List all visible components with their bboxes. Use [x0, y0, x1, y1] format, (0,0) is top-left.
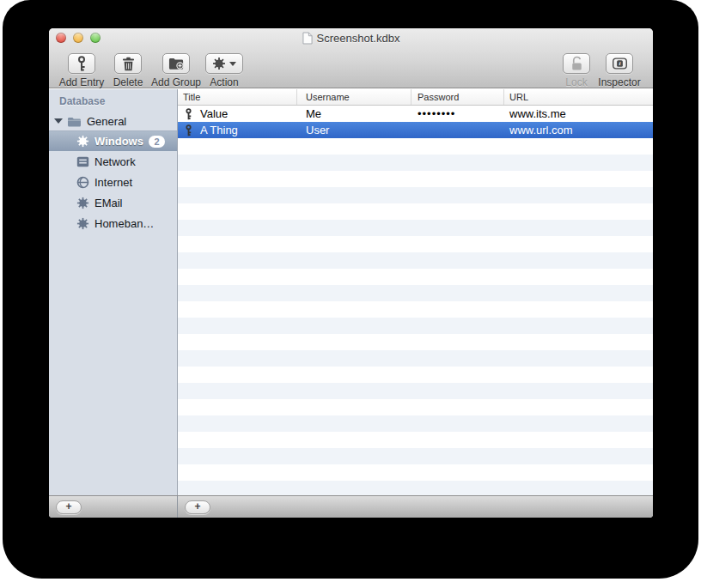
sidebar-item-label: Network [94, 155, 136, 168]
traffic-lights [56, 33, 101, 43]
trash-icon [122, 57, 135, 71]
lock-label: Lock [565, 76, 587, 88]
cell-title: A Thing [178, 124, 297, 136]
add-group-plus-button[interactable]: + [56, 500, 82, 514]
inspector-label: Inspector [598, 76, 640, 88]
sidebar-item-internet[interactable]: Internet [49, 172, 177, 192]
add-group-button[interactable] [162, 53, 190, 74]
zoom-window-button[interactable] [90, 33, 101, 43]
minimize-window-button[interactable] [73, 33, 83, 43]
cell-password: •••••••• [411, 107, 504, 120]
table-footer: + [178, 496, 653, 518]
window-title-area: Screenshot.kdbx [49, 28, 653, 47]
gear-icon [76, 217, 89, 230]
entry-table: Title Username Password URL ValueMe•••••… [178, 89, 653, 495]
add-entry-plus-button[interactable]: + [185, 500, 210, 514]
sidebar-item-homeban[interactable]: Homeban… [49, 213, 177, 233]
table-row-empty[interactable] [178, 350, 653, 367]
lock-button[interactable] [563, 53, 590, 74]
sidebar-item-email[interactable]: EMail [49, 192, 177, 213]
toolbar: Add Entry Delete [49, 47, 653, 88]
table-row-empty[interactable] [178, 448, 653, 464]
sidebar-section-header: Database [59, 95, 177, 107]
title-bar[interactable]: Screenshot.kdbx [49, 28, 653, 47]
globe-icon [76, 176, 89, 189]
column-header-url[interactable]: URL [504, 89, 653, 105]
screenshot: Screenshot.kdbx Add Entry [0, 0, 701, 588]
table-row-empty[interactable] [178, 481, 653, 495]
svg-text:i: i [619, 60, 620, 67]
table-row-empty[interactable] [178, 301, 653, 318]
cell-url: www.its.me [504, 107, 653, 120]
table-row-empty[interactable] [178, 171, 653, 187]
cell-url: www.url.com [504, 124, 653, 136]
disclosure-triangle-icon[interactable] [54, 118, 63, 124]
gear-icon [212, 57, 226, 70]
table-row-empty[interactable] [178, 187, 653, 203]
sidebar-item-windows[interactable]: Windows2 [49, 130, 177, 151]
table-row-empty[interactable] [178, 367, 653, 383]
delete-label: Delete [113, 76, 143, 88]
gear-icon [76, 135, 89, 148]
sidebar-footer: + [49, 496, 178, 518]
action-menu-button[interactable] [205, 53, 243, 74]
lock-open-icon [570, 56, 583, 71]
folder-icon [67, 116, 82, 127]
gear-icon [76, 197, 89, 209]
cell-username: Me [297, 107, 411, 120]
action-toolbar-group: Action [204, 53, 245, 88]
table-header-row: Title Username Password URL [178, 89, 653, 106]
entry-title: Value [200, 107, 228, 120]
entry-title: A Thing [200, 124, 238, 136]
document-icon [302, 32, 313, 45]
content-area: Database General Windows2NetworkInternet… [49, 89, 653, 495]
cell-username: User [297, 124, 411, 136]
table-row-empty[interactable] [178, 415, 653, 432]
key-icon [184, 124, 193, 136]
close-window-button[interactable] [56, 33, 66, 43]
sidebar-item-label: Homeban… [94, 217, 154, 230]
delete-button[interactable] [114, 53, 142, 74]
column-header-title[interactable]: Title [178, 89, 297, 105]
table-row-empty[interactable] [178, 432, 653, 448]
add-entry-button[interactable] [68, 53, 95, 74]
bottom-bar: + + [49, 495, 653, 518]
table-row-empty[interactable] [178, 236, 653, 252]
network-icon [76, 156, 89, 167]
table-row-empty[interactable] [178, 269, 653, 285]
column-header-username[interactable]: Username [297, 89, 411, 105]
table-row-empty[interactable] [178, 155, 653, 171]
window-header: Screenshot.kdbx Add Entry [49, 28, 653, 88]
table-row-empty[interactable] [178, 334, 653, 350]
cell-title: Value [178, 107, 297, 120]
sidebar-items: Windows2NetworkInternetEMailHomeban… [49, 130, 177, 233]
sidebar-item-general[interactable]: General [49, 112, 177, 130]
table-body: ValueMe••••••••www.its.meA ThingUserwww.… [178, 106, 653, 495]
key-icon [76, 56, 87, 72]
sidebar-item-label: EMail [94, 197, 123, 209]
add-group-toolbar-group: Add Group [149, 53, 204, 88]
add-entry-label: Add Entry [59, 76, 105, 88]
table-row-empty[interactable] [178, 383, 653, 399]
table-row[interactable]: A ThingUserwww.url.com [178, 122, 653, 138]
table-row-empty[interactable] [178, 203, 653, 220]
table-row-empty[interactable] [178, 464, 653, 481]
sidebar-item-label: General [87, 115, 126, 128]
inspector-button[interactable]: i [606, 53, 633, 74]
add-group-label: Add Group [151, 76, 201, 88]
inspector-toolbar-group: i Inspector [594, 53, 644, 88]
table-row-empty[interactable] [178, 252, 653, 269]
column-header-password[interactable]: Password [411, 89, 504, 105]
add-entry-toolbar-group: Add Entry [56, 53, 107, 88]
app-window: Screenshot.kdbx Add Entry [49, 28, 653, 518]
table-row-empty[interactable] [178, 138, 653, 155]
table-row-empty[interactable] [178, 285, 653, 301]
table-row-empty[interactable] [178, 318, 653, 334]
sidebar-item-label: Windows [94, 135, 143, 148]
table-row-empty[interactable] [178, 399, 653, 415]
table-row[interactable]: ValueMe••••••••www.its.me [178, 106, 653, 122]
count-badge: 2 [149, 136, 165, 148]
key-icon [184, 108, 193, 120]
table-row-empty[interactable] [178, 220, 653, 236]
sidebar-item-network[interactable]: Network [49, 151, 177, 172]
